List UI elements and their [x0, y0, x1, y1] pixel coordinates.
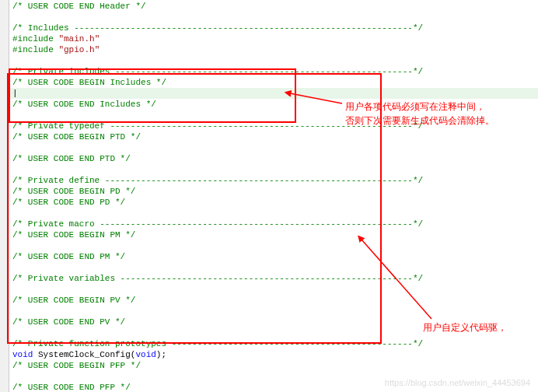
code-line[interactable] [9, 284, 538, 295]
code-line[interactable]: #include "main.h" [9, 33, 538, 44]
code-line[interactable] [9, 142, 538, 153]
code-line[interactable]: /* USER CODE BEGIN Includes */ [9, 77, 538, 88]
code-line[interactable] [9, 55, 538, 66]
code-line[interactable]: /* Includes ----------------------------… [9, 23, 538, 33]
code-line[interactable] [9, 240, 538, 251]
code-line[interactable]: /* USER CODE BEGIN PTD */ [9, 131, 538, 142]
code-line[interactable]: /* Private define ----------------------… [9, 175, 538, 186]
annotation-line: 否则下次需要新生成代码会清除掉。 [345, 114, 494, 128]
editor-gutter [0, 0, 9, 392]
code-line[interactable]: /* Private variables -------------------… [9, 273, 538, 284]
code-line[interactable] [9, 12, 538, 23]
code-line[interactable] [9, 262, 538, 273]
code-line[interactable]: /* Private includes --------------------… [9, 66, 538, 77]
code-line[interactable]: /* USER CODE BEGIN PFP */ [9, 360, 538, 371]
code-line[interactable]: /* USER CODE BEGIN PV */ [9, 295, 538, 306]
watermark: https://blog.csdn.net/weixin_44453694 [385, 378, 530, 387]
annotation-text-1: 用户各项代码必须写在注释中间， 否则下次需要新生成代码会清除掉。 [345, 100, 494, 128]
code-line[interactable]: #include "gpio.h" [9, 44, 538, 55]
code-line[interactable]: /* Private function prototypes ---------… [9, 338, 538, 349]
code-line[interactable] [9, 164, 538, 175]
code-line[interactable] [9, 208, 538, 219]
annotation-line: 用户各项代码必须写在注释中间， [345, 100, 494, 114]
code-line[interactable]: /* USER CODE END Header */ [9, 1, 538, 12]
code-line[interactable]: /* USER CODE END PD */ [9, 197, 538, 208]
code-line[interactable] [9, 306, 538, 317]
code-line[interactable]: | [9, 88, 538, 99]
annotation-text-2: 用户自定义代码驱， [423, 320, 507, 334]
code-line[interactable]: /* Private macro -----------------------… [9, 219, 538, 229]
code-line[interactable]: /* USER CODE END PM */ [9, 251, 538, 262]
code-line[interactable]: /* USER CODE BEGIN PM */ [9, 229, 538, 240]
code-line[interactable]: /* USER CODE BEGIN PD */ [9, 186, 538, 197]
code-line[interactable]: /* USER CODE END PTD */ [9, 153, 538, 164]
code-line[interactable]: void SystemClock_Config(void); [9, 349, 538, 360]
